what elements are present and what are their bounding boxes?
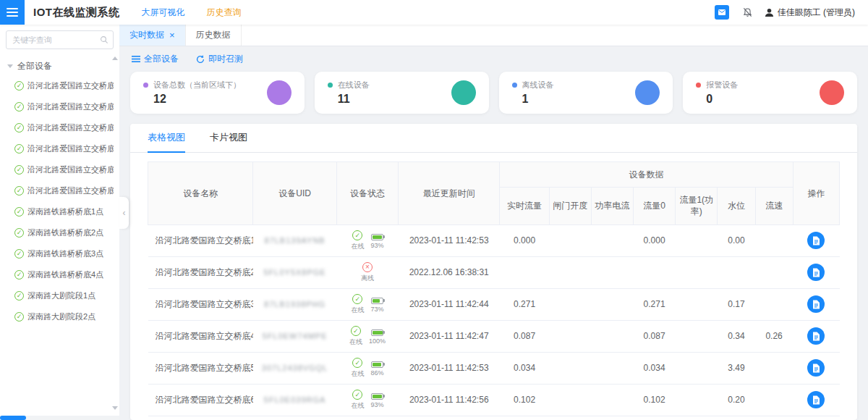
detail-button[interactable] — [807, 264, 825, 281]
action-cell — [793, 224, 839, 256]
sidebar-device-item[interactable]: ✓沿河北路爱国路立交桥底1点 — [6, 75, 114, 96]
detail-button[interactable] — [807, 295, 825, 313]
tree-root-all-devices[interactable]: 全部设备 — [6, 56, 114, 75]
battery-icon — [371, 298, 383, 304]
sidebar-device-item[interactable]: ✓沿河北路爱国路立交桥底4点 — [6, 138, 114, 159]
tab-realtime-data[interactable]: 实时数据 × — [119, 25, 186, 46]
sidebar-device-item[interactable]: ✓深南路铁路桥桥底1点 — [6, 201, 114, 222]
device-data-cell — [549, 256, 591, 288]
device-data-cell: 0.087 — [500, 320, 549, 352]
device-status-cell: ✓在线93% — [336, 224, 398, 256]
message-icon[interactable] — [715, 5, 729, 20]
stat-card: 设备总数（当前区域下）12 — [130, 72, 305, 114]
device-item-label: 沿河北路爱国路立交桥底6点 — [27, 185, 114, 196]
online-check-icon: ✓ — [351, 326, 361, 336]
close-tab-icon[interactable]: × — [169, 30, 175, 40]
search-icon[interactable] — [100, 35, 109, 44]
device-online-check-icon: ✓ — [14, 291, 24, 301]
device-table-row: 沿河北路爱国路立交桥底2点5FL0Y5X8PGE×离线2022.12.06 16… — [148, 256, 840, 288]
sidebar-device-item[interactable]: ✓沿河北路爱国路立交桥底5点 — [6, 159, 114, 180]
document-icon — [812, 236, 820, 245]
stat-dot-icon — [328, 83, 333, 88]
scroll-down-arrow-icon[interactable] — [112, 406, 118, 410]
sidebar-device-item[interactable]: ✓沿河北路爱国路立交桥底6点 — [6, 180, 114, 201]
device-online-check-icon: ✓ — [14, 312, 24, 322]
user-menu[interactable]: 佳佳眼陈工 (管理员) — [765, 7, 855, 19]
device-name-cell: 沿河北路爱国路立交桥底1点 — [148, 224, 253, 256]
scroll-up-arrow-icon[interactable] — [112, 56, 118, 60]
device-sidebar: 全部设备 ✓沿河北路爱国路立交桥底1点✓沿河北路爱国路立交桥底2点✓沿河北路爱国… — [0, 25, 119, 420]
toolbar: 全部设备 即时召测 — [119, 46, 868, 70]
tab-card-view[interactable]: 卡片视图 — [210, 124, 247, 153]
device-data-cell: 0.000 — [500, 224, 549, 256]
device-item-label: 深南路铁路桥桥底3点 — [27, 248, 103, 259]
device-table-body: 沿河北路爱国路立交桥底1点87LB139AYNB✓在线93%2023-01-11… — [148, 224, 840, 420]
device-status-cell: ✓在线73% — [336, 288, 398, 320]
sidebar-collapse-handle[interactable]: ‹ — [119, 197, 129, 229]
tab-table-view[interactable]: 表格视图 — [148, 124, 185, 153]
scrollbar-thumb[interactable] — [0, 416, 26, 420]
battery-percent: 93% — [370, 401, 383, 408]
bell-muted-icon[interactable] — [742, 7, 753, 18]
device-data-cell — [549, 224, 591, 256]
device-online-check-icon: ✓ — [14, 81, 24, 91]
device-data-cell: 0.087 — [634, 320, 676, 352]
device-uid-cell: 307L2438VGQL — [253, 352, 336, 384]
col-group-device-data: 设备数据 — [500, 162, 793, 188]
device-item-label: 沿河北路爱国路立交桥底4点 — [27, 143, 114, 154]
main-row: 全部设备 ✓沿河北路爱国路立交桥底1点✓沿河北路爱国路立交桥底2点✓沿河北路爱国… — [0, 25, 868, 420]
stat-dot-icon — [512, 83, 517, 88]
col-header-realtime-flow: 实时流量 — [500, 188, 549, 224]
tab-history-data[interactable]: 历史数据 — [186, 25, 242, 46]
all-devices-link[interactable]: 全部设备 — [132, 53, 179, 65]
menu-toggle-button[interactable] — [0, 0, 25, 25]
device-uid-cell: 87LB1937KLM — [253, 416, 336, 420]
sidebar-device-item[interactable]: ✓沿河北路爱国路立交桥底2点 — [6, 96, 114, 117]
detail-button[interactable] — [807, 391, 825, 408]
search-box — [6, 30, 114, 49]
sidebar-horizontal-scrollbar[interactable] — [0, 416, 119, 420]
col-header-flow0: 流量0 — [634, 188, 676, 224]
sidebar-device-item[interactable]: ✓深南路大剧院段2点 — [6, 306, 114, 327]
stat-label: 在线设备 — [338, 80, 370, 91]
sidebar-device-item[interactable]: ✓深南路铁路桥桥底2点 — [6, 222, 114, 243]
stat-circle-icon — [451, 80, 476, 105]
device-name-cell: 沿河北路爱国路立交桥底5点 — [148, 352, 253, 384]
instant-call-link[interactable]: 即时召测 — [196, 53, 243, 65]
detail-button[interactable] — [807, 359, 825, 377]
device-online-check-icon: ✓ — [14, 270, 24, 280]
document-icon — [812, 364, 820, 373]
sidebar-device-item[interactable]: ✓深南路铁路桥桥底4点 — [6, 264, 114, 285]
sidebar-device-item[interactable]: ✓深南路铁路桥桥底3点 — [6, 243, 114, 264]
sidebar-device-item[interactable]: ✓深南路大剧院段1点 — [6, 285, 114, 306]
stat-value: 11 — [338, 93, 370, 106]
nav-history-query-link[interactable]: 历史查询 — [207, 7, 242, 19]
device-table-header: 设备名称 设备UID 设备状态 最近更新时间 设备数据 操作 实时流量 闸门开度… — [148, 162, 840, 225]
detail-button[interactable] — [807, 327, 825, 345]
device-data-cell — [676, 320, 718, 352]
device-data-cell — [755, 256, 793, 288]
device-name-cell: 沿河北路爱国路立交桥底4点 — [148, 320, 253, 352]
device-data-cell — [549, 288, 591, 320]
device-data-cell — [634, 256, 676, 288]
sidebar-device-item[interactable]: ✓沿河北路爱国路立交桥底3点 — [6, 117, 114, 138]
col-header-power-current: 功率电流 — [591, 188, 633, 224]
battery-icon — [371, 393, 383, 400]
document-icon — [812, 332, 820, 341]
device-data-cell — [676, 416, 718, 420]
stat-value: 1 — [522, 93, 554, 106]
search-input[interactable] — [6, 30, 114, 49]
device-data-cell — [591, 384, 633, 416]
device-status-cell: ✓在线95% — [336, 416, 398, 420]
stat-dot-icon — [143, 83, 148, 88]
device-data-cell — [549, 416, 591, 420]
device-tree-list: ✓沿河北路爱国路立交桥底1点✓沿河北路爱国路立交桥底2点✓沿河北路爱国路立交桥底… — [6, 75, 114, 327]
device-table-row: 沿河北路爱国路立交桥底3点87LB1938PHG✓在线73%2023-01-11… — [148, 288, 840, 320]
detail-button[interactable] — [807, 232, 825, 249]
online-check-icon: ✓ — [352, 294, 362, 304]
online-check-icon: ✓ — [352, 390, 362, 400]
stat-circle-icon — [635, 80, 660, 105]
stat-value: 0 — [706, 93, 738, 106]
nav-big-screen-link[interactable]: 大屏可视化 — [142, 7, 185, 19]
col-header-action: 操作 — [793, 162, 839, 225]
